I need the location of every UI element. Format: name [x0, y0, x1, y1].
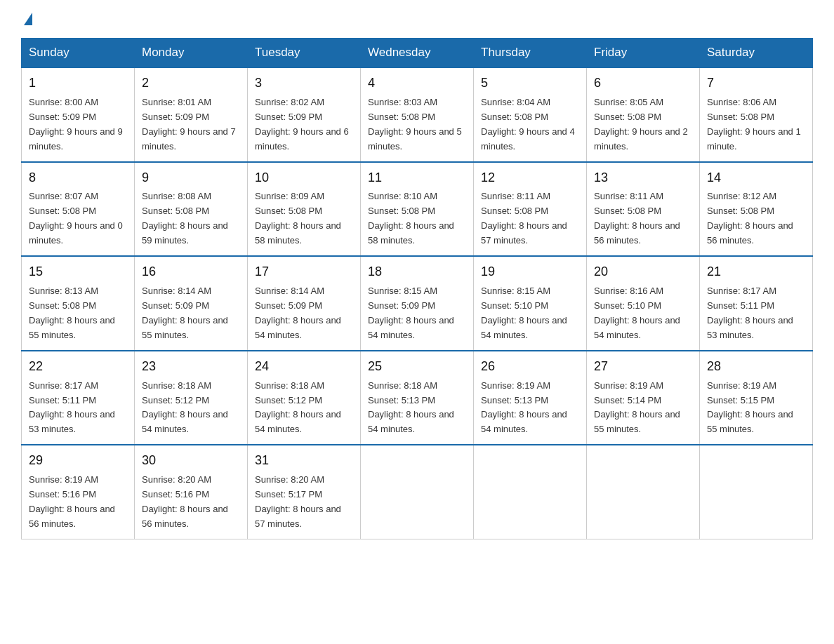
day-number: 17 [255, 262, 353, 282]
day-info: Sunrise: 8:03 AMSunset: 5:08 PMDaylight:… [368, 97, 462, 152]
day-info: Sunrise: 8:09 AMSunset: 5:08 PMDaylight:… [255, 191, 341, 246]
day-number: 11 [368, 168, 466, 188]
logo-triangle-icon [24, 13, 32, 25]
day-info: Sunrise: 8:20 AMSunset: 5:16 PMDaylight:… [142, 474, 228, 529]
calendar-cell: 11 Sunrise: 8:10 AMSunset: 5:08 PMDaylig… [361, 162, 474, 257]
day-number: 28 [707, 357, 805, 377]
calendar-cell: 26 Sunrise: 8:19 AMSunset: 5:13 PMDaylig… [474, 351, 587, 445]
day-number: 22 [29, 357, 127, 377]
calendar-cell: 9 Sunrise: 8:08 AMSunset: 5:08 PMDayligh… [135, 162, 248, 257]
calendar-cell: 21 Sunrise: 8:17 AMSunset: 5:11 PMDaylig… [700, 256, 813, 351]
day-info: Sunrise: 8:11 AMSunset: 5:08 PMDaylight:… [481, 191, 567, 246]
calendar-cell: 18 Sunrise: 8:15 AMSunset: 5:09 PMDaylig… [361, 256, 474, 351]
day-info: Sunrise: 8:19 AMSunset: 5:14 PMDaylight:… [594, 380, 680, 435]
calendar-cell [474, 445, 587, 539]
day-number: 20 [594, 262, 692, 282]
calendar-week-1: 1 Sunrise: 8:00 AMSunset: 5:09 PMDayligh… [22, 67, 813, 162]
calendar-cell: 19 Sunrise: 8:15 AMSunset: 5:10 PMDaylig… [474, 256, 587, 351]
day-number: 23 [142, 357, 240, 377]
day-number: 12 [481, 168, 579, 188]
day-info: Sunrise: 8:01 AMSunset: 5:09 PMDaylight:… [142, 97, 236, 152]
day-header-saturday: Saturday [700, 39, 813, 68]
day-info: Sunrise: 8:00 AMSunset: 5:09 PMDaylight:… [29, 97, 123, 152]
day-info: Sunrise: 8:17 AMSunset: 5:11 PMDaylight:… [29, 380, 115, 435]
day-info: Sunrise: 8:19 AMSunset: 5:13 PMDaylight:… [481, 380, 567, 435]
calendar-cell: 30 Sunrise: 8:20 AMSunset: 5:16 PMDaylig… [135, 445, 248, 539]
day-info: Sunrise: 8:05 AMSunset: 5:08 PMDaylight:… [594, 97, 688, 152]
day-info: Sunrise: 8:18 AMSunset: 5:13 PMDaylight:… [368, 380, 454, 435]
calendar-cell: 1 Sunrise: 8:00 AMSunset: 5:09 PMDayligh… [22, 67, 135, 162]
calendar-cell: 23 Sunrise: 8:18 AMSunset: 5:12 PMDaylig… [135, 351, 248, 445]
day-info: Sunrise: 8:19 AMSunset: 5:16 PMDaylight:… [29, 474, 115, 529]
day-number: 8 [29, 168, 127, 188]
day-info: Sunrise: 8:04 AMSunset: 5:08 PMDaylight:… [481, 97, 575, 152]
calendar-cell [700, 445, 813, 539]
calendar-cell: 29 Sunrise: 8:19 AMSunset: 5:16 PMDaylig… [22, 445, 135, 539]
calendar-week-2: 8 Sunrise: 8:07 AMSunset: 5:08 PMDayligh… [22, 162, 813, 257]
day-info: Sunrise: 8:07 AMSunset: 5:08 PMDaylight:… [29, 191, 123, 246]
day-header-tuesday: Tuesday [248, 39, 361, 68]
day-info: Sunrise: 8:12 AMSunset: 5:08 PMDaylight:… [707, 191, 793, 246]
calendar-week-4: 22 Sunrise: 8:17 AMSunset: 5:11 PMDaylig… [22, 351, 813, 445]
day-number: 18 [368, 262, 466, 282]
day-number: 19 [481, 262, 579, 282]
day-header-wednesday: Wednesday [361, 39, 474, 68]
day-info: Sunrise: 8:15 AMSunset: 5:10 PMDaylight:… [481, 286, 567, 340]
calendar-cell: 7 Sunrise: 8:06 AMSunset: 5:08 PMDayligh… [700, 67, 813, 162]
calendar-cell: 27 Sunrise: 8:19 AMSunset: 5:14 PMDaylig… [587, 351, 700, 445]
day-number: 25 [368, 357, 466, 377]
day-header-sunday: Sunday [22, 39, 135, 68]
day-number: 4 [368, 74, 466, 93]
calendar-cell: 17 Sunrise: 8:14 AMSunset: 5:09 PMDaylig… [248, 256, 361, 351]
day-number: 1 [29, 74, 127, 93]
calendar-cell: 8 Sunrise: 8:07 AMSunset: 5:08 PMDayligh… [22, 162, 135, 257]
day-info: Sunrise: 8:13 AMSunset: 5:08 PMDaylight:… [29, 286, 115, 340]
day-header-monday: Monday [135, 39, 248, 68]
day-number: 21 [707, 262, 805, 282]
day-number: 24 [255, 357, 353, 377]
day-info: Sunrise: 8:19 AMSunset: 5:15 PMDaylight:… [707, 380, 793, 435]
day-number: 9 [142, 168, 240, 188]
calendar-cell [587, 445, 700, 539]
calendar-cell: 25 Sunrise: 8:18 AMSunset: 5:13 PMDaylig… [361, 351, 474, 445]
day-info: Sunrise: 8:11 AMSunset: 5:08 PMDaylight:… [594, 191, 680, 246]
day-number: 14 [707, 168, 805, 188]
calendar-cell: 24 Sunrise: 8:18 AMSunset: 5:12 PMDaylig… [248, 351, 361, 445]
calendar-cell: 4 Sunrise: 8:03 AMSunset: 5:08 PMDayligh… [361, 67, 474, 162]
day-info: Sunrise: 8:15 AMSunset: 5:09 PMDaylight:… [368, 286, 454, 340]
calendar-cell: 14 Sunrise: 8:12 AMSunset: 5:08 PMDaylig… [700, 162, 813, 257]
calendar-cell: 10 Sunrise: 8:09 AMSunset: 5:08 PMDaylig… [248, 162, 361, 257]
day-info: Sunrise: 8:18 AMSunset: 5:12 PMDaylight:… [142, 380, 228, 435]
day-info: Sunrise: 8:17 AMSunset: 5:11 PMDaylight:… [707, 286, 793, 340]
day-number: 31 [255, 451, 353, 471]
calendar-body: 1 Sunrise: 8:00 AMSunset: 5:09 PMDayligh… [22, 67, 813, 539]
logo [21, 14, 32, 25]
day-header-thursday: Thursday [474, 39, 587, 68]
calendar-cell: 15 Sunrise: 8:13 AMSunset: 5:08 PMDaylig… [22, 256, 135, 351]
calendar-cell [361, 445, 474, 539]
day-number: 5 [481, 74, 579, 93]
day-number: 27 [594, 357, 692, 377]
day-info: Sunrise: 8:16 AMSunset: 5:10 PMDaylight:… [594, 286, 680, 340]
day-number: 29 [29, 451, 127, 471]
calendar-week-5: 29 Sunrise: 8:19 AMSunset: 5:16 PMDaylig… [22, 445, 813, 539]
calendar-header-row: SundayMondayTuesdayWednesdayThursdayFrid… [22, 39, 813, 68]
day-number: 15 [29, 262, 127, 282]
day-number: 10 [255, 168, 353, 188]
calendar-cell: 12 Sunrise: 8:11 AMSunset: 5:08 PMDaylig… [474, 162, 587, 257]
day-info: Sunrise: 8:14 AMSunset: 5:09 PMDaylight:… [255, 286, 341, 340]
day-number: 13 [594, 168, 692, 188]
day-info: Sunrise: 8:08 AMSunset: 5:08 PMDaylight:… [142, 191, 228, 246]
calendar-cell: 16 Sunrise: 8:14 AMSunset: 5:09 PMDaylig… [135, 256, 248, 351]
day-number: 16 [142, 262, 240, 282]
calendar-cell: 3 Sunrise: 8:02 AMSunset: 5:09 PMDayligh… [248, 67, 361, 162]
calendar-cell: 31 Sunrise: 8:20 AMSunset: 5:17 PMDaylig… [248, 445, 361, 539]
calendar-cell: 13 Sunrise: 8:11 AMSunset: 5:08 PMDaylig… [587, 162, 700, 257]
day-number: 2 [142, 74, 240, 93]
calendar-cell: 20 Sunrise: 8:16 AMSunset: 5:10 PMDaylig… [587, 256, 700, 351]
calendar-cell: 6 Sunrise: 8:05 AMSunset: 5:08 PMDayligh… [587, 67, 700, 162]
day-info: Sunrise: 8:02 AMSunset: 5:09 PMDaylight:… [255, 97, 349, 152]
day-number: 7 [707, 74, 805, 93]
day-info: Sunrise: 8:14 AMSunset: 5:09 PMDaylight:… [142, 286, 228, 340]
day-header-friday: Friday [587, 39, 700, 68]
